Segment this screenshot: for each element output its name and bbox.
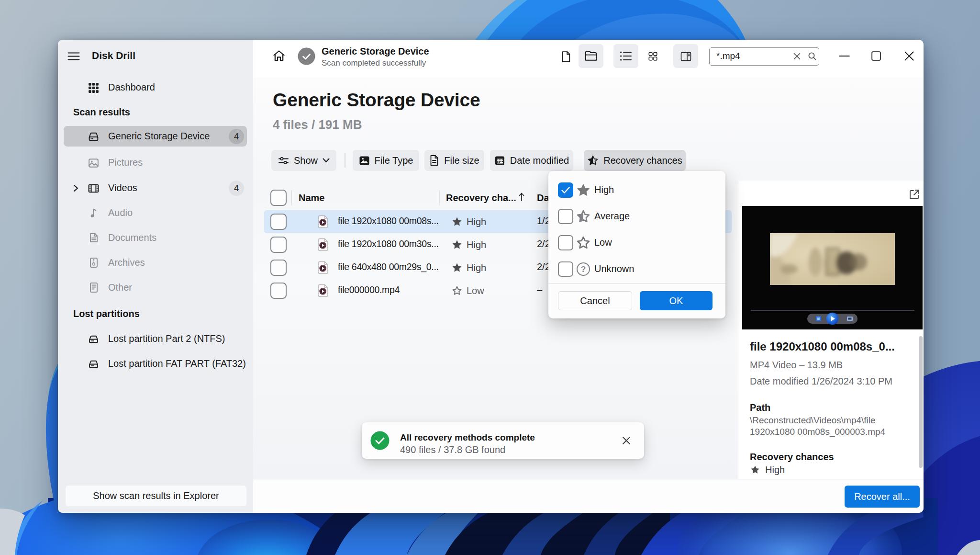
svg-text:?: ?	[581, 265, 586, 274]
